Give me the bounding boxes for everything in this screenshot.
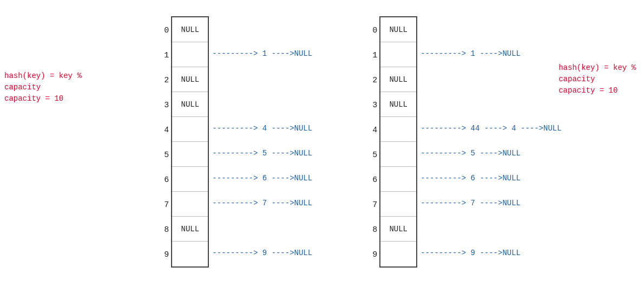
index-9: 9 [158,242,169,267]
index-7: 7 [366,192,377,217]
index-5: 5 [366,142,377,167]
chain-2 [417,66,561,91]
index-4: 4 [158,118,169,142]
chain-3 [417,91,561,116]
chain-text-9: ---------> 9 ---->NULL [212,249,312,257]
index-6: 6 [366,167,377,192]
cell-4 [172,117,208,142]
cell-9 [380,242,416,266]
cell-1 [172,42,208,67]
chain-text-6: ---------> 6 ---->NULL [420,174,521,183]
right-hash-label: hash(key) = key % capacity capacity = 10 [558,62,636,96]
cell-2: NULL [380,67,416,92]
chain-0 [209,16,312,41]
cell-3: NULL [172,92,208,117]
index-0: 0 [366,18,377,43]
index-0: 0 [158,18,169,43]
chain-text-4: ---------> 4 ---->NULL [212,124,312,133]
chain-text-7: ---------> 7 ---->NULL [420,199,521,207]
index-8: 8 [158,217,169,242]
chain-7: ---------> 7 ---->NULL [417,191,561,216]
index-4: 4 [366,118,377,142]
chain-4: ---------> 44 ----> 4 ---->NULL [417,116,561,141]
chain-0 [417,16,561,41]
chain-6: ---------> 6 ---->NULL [417,166,561,191]
index-5: 5 [158,142,169,167]
chain-8 [417,216,561,240]
left-table-box: NULLNULLNULLNULL [171,16,209,268]
cell-5 [172,142,208,167]
left-hash-label: hash(key) = key % capacity capacity = 10 [4,70,82,105]
index-3: 3 [158,93,169,118]
cell-0: NULL [172,17,208,42]
cell-8: NULL [172,217,208,242]
index-2: 2 [366,68,377,93]
index-9: 9 [366,242,377,267]
chain-text-5: ---------> 5 ---->NULL [420,149,521,158]
cell-8: NULL [380,217,416,242]
index-6: 6 [158,167,169,192]
cell-0: NULL [380,17,416,42]
index-8: 8 [366,217,377,242]
cell-1 [380,42,416,67]
chain-8 [209,216,312,240]
chain-text-7: ---------> 7 ---->NULL [212,199,312,207]
chain-text-9: ---------> 9 ---->NULL [420,249,521,257]
right-table-section: 0123456789 NULLNULLNULLNULL ---------> 1… [366,16,561,268]
cell-6 [172,167,208,192]
left-chains: ---------> 1 ---->NULL---------> 4 ---->… [209,16,312,268]
chain-9: ---------> 9 ---->NULL [209,240,312,265]
cell-7 [380,192,416,217]
right-table-box: NULLNULLNULLNULL [379,16,417,268]
index-7: 7 [158,192,169,217]
cell-6 [380,167,416,192]
chain-text-1: ---------> 1 ---->NULL [420,49,521,58]
chain-5: ---------> 5 ---->NULL [417,141,561,166]
index-2: 2 [158,68,169,93]
chain-1: ---------> 1 ---->NULL [417,41,561,66]
cell-2: NULL [172,67,208,92]
cell-4 [380,117,416,142]
cell-5 [380,142,416,167]
chain-3 [209,91,312,116]
chain-4: ---------> 4 ---->NULL [209,116,312,141]
chain-text-6: ---------> 6 ---->NULL [212,174,312,183]
index-3: 3 [366,93,377,118]
chain-5: ---------> 5 ---->NULL [209,141,312,166]
left-indices: 0123456789 [158,18,169,268]
cell-3: NULL [380,92,416,117]
chain-1: ---------> 1 ---->NULL [209,41,312,66]
right-indices: 0123456789 [366,18,377,268]
cell-9 [172,242,208,266]
chain-9: ---------> 9 ---->NULL [417,240,561,265]
index-1: 1 [366,43,377,68]
chain-text-5: ---------> 5 ---->NULL [212,149,312,158]
chain-7: ---------> 7 ---->NULL [209,191,312,216]
cell-7 [172,192,208,217]
chain-2 [209,66,312,91]
right-chains: ---------> 1 ---->NULL---------> 44 ----… [417,16,561,268]
index-1: 1 [158,43,169,68]
chain-6: ---------> 6 ---->NULL [209,166,312,191]
chain-text-1: ---------> 1 ---->NULL [212,49,312,58]
left-table-section: 0123456789 NULLNULLNULLNULL ---------> 1… [158,16,312,268]
chain-text-4: ---------> 44 ----> 4 ---->NULL [420,124,561,133]
page: hash(key) = key % capacity capacity = 10… [0,0,644,306]
